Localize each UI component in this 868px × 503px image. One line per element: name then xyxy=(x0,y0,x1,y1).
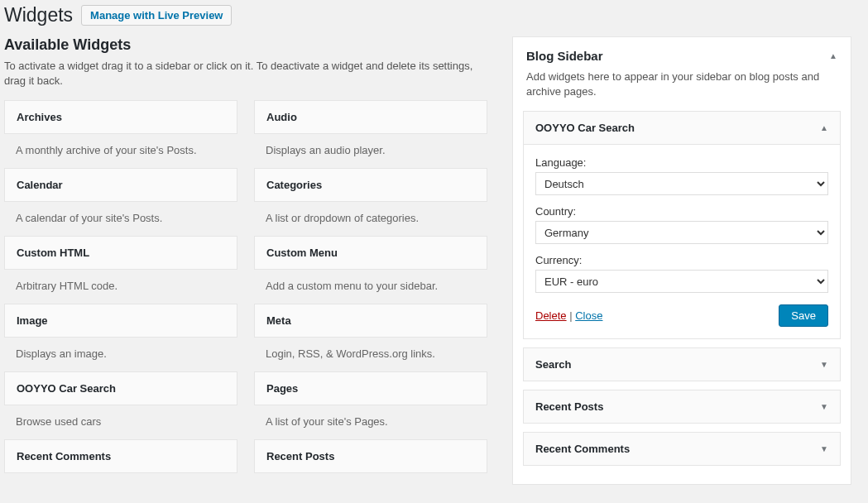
available-widget[interactable]: CategoriesA list or dropdown of categori… xyxy=(254,168,487,236)
country-select[interactable]: Germany xyxy=(535,221,828,244)
widget-ooyyo-car-search: OOYYO Car Search ▲ Language: Deutsch Cou… xyxy=(523,111,841,339)
chevron-up-icon: ▲ xyxy=(829,51,837,60)
available-widget[interactable]: Recent Posts xyxy=(254,439,487,495)
chevron-down-icon: ▼ xyxy=(820,444,828,453)
available-widget[interactable]: AudioDisplays an audio player. xyxy=(254,100,487,168)
available-widget-description: Login, RSS, & WordPress.org links. xyxy=(254,338,487,371)
available-widgets-grid: ArchivesA monthly archive of your site's… xyxy=(4,100,487,495)
available-widget-title: Audio xyxy=(254,100,487,134)
available-widget-title: Image xyxy=(4,304,237,338)
widget-collapsed-header[interactable]: Search▼ xyxy=(524,348,840,381)
available-widget-description: A list or dropdown of categories. xyxy=(254,202,487,236)
widget-collapsed-header[interactable]: Recent Comments▼ xyxy=(524,433,840,465)
available-widget-description: Browse used cars xyxy=(4,405,237,439)
available-widget-title: Archives xyxy=(4,100,237,134)
page-header: Widgets Manage with Live Preview xyxy=(4,4,851,26)
widget-ooyyo-title: OOYYO Car Search xyxy=(535,122,635,134)
available-widget-description: Arbitrary HTML code. xyxy=(4,270,237,304)
available-widget-title: Recent Comments xyxy=(4,439,237,473)
available-widget-title: Custom HTML xyxy=(4,236,237,270)
language-label: Language: xyxy=(535,156,828,169)
manage-live-preview-button[interactable]: Manage with Live Preview xyxy=(81,5,232,26)
available-widgets-description: To activate a widget drag it to a sideba… xyxy=(4,59,487,89)
available-widget-title: Calendar xyxy=(4,168,237,202)
available-widget-description: Displays an audio player. xyxy=(254,134,487,168)
available-widget-description: A monthly archive of your site's Posts. xyxy=(4,134,237,168)
available-widget-title: Custom Menu xyxy=(254,236,487,270)
widget-collapsed: Recent Posts▼ xyxy=(523,390,841,424)
available-widget[interactable]: Custom HTMLArbitrary HTML code. xyxy=(4,236,237,304)
available-widget-description: A calendar of your site's Posts. xyxy=(4,202,237,236)
delete-link[interactable]: Delete xyxy=(535,309,567,322)
chevron-down-icon: ▼ xyxy=(820,360,828,369)
available-widget[interactable]: ImageDisplays an image. xyxy=(4,304,237,371)
available-widget[interactable]: CalendarA calendar of your site's Posts. xyxy=(4,168,237,236)
currency-select[interactable]: EUR - euro xyxy=(535,270,828,293)
widget-collapsed-header[interactable]: Recent Posts▼ xyxy=(524,390,840,423)
available-widget[interactable]: PagesA list of your site's Pages. xyxy=(254,371,487,439)
chevron-down-icon: ▼ xyxy=(820,402,828,411)
widget-collapsed: Search▼ xyxy=(523,347,841,381)
blog-sidebar-title: Blog Sidebar xyxy=(526,49,603,63)
widget-collapsed: Recent Comments▼ xyxy=(523,432,841,466)
close-link[interactable]: Close xyxy=(575,309,602,322)
available-widget-title: Categories xyxy=(254,168,487,202)
chevron-up-icon: ▲ xyxy=(820,123,828,132)
available-widget[interactable]: MetaLogin, RSS, & WordPress.org links. xyxy=(254,304,487,371)
widget-collapsed-title: Recent Posts xyxy=(535,400,603,413)
available-widget-title: Recent Posts xyxy=(254,439,487,473)
widget-ooyyo-header[interactable]: OOYYO Car Search ▲ xyxy=(524,112,840,145)
available-widget-description xyxy=(4,473,237,495)
page-title: Widgets xyxy=(4,4,73,26)
blog-sidebar-description: Add widgets here to appear in your sideb… xyxy=(513,65,851,111)
available-widget[interactable]: Custom MenuAdd a custom menu to your sid… xyxy=(254,236,487,304)
available-widget[interactable]: Recent Comments xyxy=(4,439,237,495)
country-label: Country: xyxy=(535,205,828,218)
available-widget-title: Meta xyxy=(254,304,487,338)
available-widget-description: Add a custom menu to your sidebar. xyxy=(254,270,487,304)
available-widget[interactable]: OOYYO Car SearchBrowse used cars xyxy=(4,371,237,439)
available-widget-description: Displays an image. xyxy=(4,338,237,371)
save-button[interactable]: Save xyxy=(779,304,828,327)
language-select[interactable]: Deutsch xyxy=(535,172,828,195)
blog-sidebar-header[interactable]: Blog Sidebar ▲ xyxy=(513,37,851,65)
currency-label: Currency: xyxy=(535,254,828,266)
available-widget-title: OOYYO Car Search xyxy=(4,371,237,405)
available-widget-description: A list of your site's Pages. xyxy=(254,405,487,439)
available-widget-description xyxy=(254,473,487,495)
available-widget[interactable]: ArchivesA monthly archive of your site's… xyxy=(4,100,237,168)
blog-sidebar-area: Blog Sidebar ▲ Add widgets here to appea… xyxy=(512,36,851,485)
widget-collapsed-title: Search xyxy=(535,358,571,371)
widget-collapsed-title: Recent Comments xyxy=(535,443,630,455)
available-widget-title: Pages xyxy=(254,371,487,405)
available-widgets-heading: Available Widgets xyxy=(4,36,487,54)
